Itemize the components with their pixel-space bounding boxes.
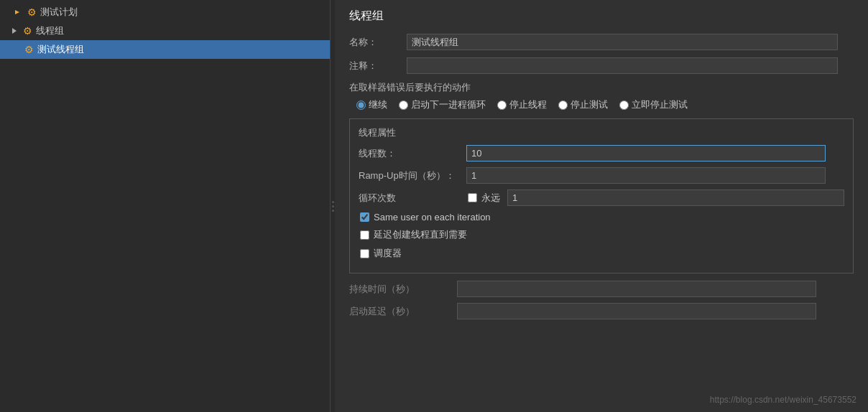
gear-icon-test-thread: ⚙ (23, 44, 34, 55)
sidebar-item-label-test-plan: 测试计划 (40, 6, 78, 19)
scheduler-checkbox[interactable] (360, 249, 369, 258)
duration-label: 持续时间（秒） (349, 283, 457, 296)
sidebar-item-label-thread-group: 线程组 (36, 24, 64, 37)
loop-count-row: 循环次数 永远 (359, 189, 844, 206)
startup-delay-row: 启动延迟（秒） (349, 303, 854, 319)
action-continue[interactable]: 继续 (356, 98, 387, 111)
gear-icon-thread: ⚙ (22, 25, 33, 37)
sidebar-item-label-test-thread-group: 测试线程组 (37, 43, 84, 56)
svg-marker-0 (15, 10, 19, 14)
gear-icon-plan: ⚙ (26, 6, 37, 18)
thread-props-title: 线程属性 (359, 126, 844, 139)
same-user-row[interactable]: Same user on each iteration (359, 212, 844, 223)
startup-delay-input[interactable] (457, 303, 816, 319)
name-input[interactable] (407, 34, 838, 50)
action-next-loop-radio[interactable] (399, 100, 408, 110)
comment-input[interactable] (407, 57, 838, 74)
sidebar-item-test-thread-group[interactable]: ⚙ 测试线程组 (0, 40, 330, 59)
action-continue-radio[interactable] (356, 100, 366, 110)
action-stop-now-radio[interactable] (619, 100, 629, 110)
action-on-error-section: 在取样器错误后要执行的动作 继续 启动下一进程循环 停止线程 停止测试 立即停止… (349, 81, 854, 111)
loop-count-label: 循环次数 (359, 192, 466, 205)
same-user-label: Same user on each iteration (374, 212, 491, 223)
action-stop-now-label: 立即停止测试 (632, 98, 688, 111)
sidebar-item-test-plan[interactable]: ⚙ 测试计划 (0, 3, 330, 22)
action-continue-label: 继续 (369, 98, 387, 111)
arrow-right-icon (11, 26, 17, 37)
action-stop-now[interactable]: 立即停止测试 (619, 98, 688, 111)
action-stop-thread-label: 停止线程 (509, 98, 547, 111)
forever-checkbox[interactable] (468, 193, 477, 202)
action-next-loop-label: 启动下一进程循环 (411, 98, 486, 111)
action-radio-group: 继续 启动下一进程循环 停止线程 停止测试 立即停止测试 (349, 98, 854, 111)
comment-row: 注释： (349, 57, 854, 74)
thread-count-input[interactable] (466, 145, 826, 161)
sidebar-item-thread-group[interactable]: ⚙ 线程组 (0, 22, 330, 40)
action-stop-thread[interactable]: 停止线程 (497, 98, 547, 111)
action-stop-thread-radio[interactable] (497, 100, 507, 110)
sidebar: ⚙ 测试计划 ⚙ 线程组 ⚙ 测试线程组 (0, 0, 331, 412)
name-label: 名称： (349, 36, 407, 49)
same-user-checkbox[interactable] (360, 212, 369, 222)
thread-properties-section: 线程属性 线程数： Ramp-Up时间（秒）： 循环次数 永远 Same use… (349, 118, 854, 273)
watermark: https://blog.csdn.net/weixin_45673552 (710, 395, 857, 405)
action-stop-test-radio[interactable] (558, 100, 568, 110)
resize-dot (332, 210, 334, 212)
thread-count-row: 线程数： (359, 145, 844, 161)
delay-create-checkbox[interactable] (360, 230, 369, 240)
comment-label: 注释： (349, 60, 407, 72)
action-section-title: 在取样器错误后要执行的动作 (349, 81, 854, 94)
ramp-up-label: Ramp-Up时间（秒）： (359, 169, 466, 182)
duration-input[interactable] (457, 281, 816, 297)
scheduler-row[interactable]: 调度器 (359, 247, 844, 260)
forever-checkbox-row[interactable]: 永远 (466, 192, 500, 205)
loop-count-input[interactable] (507, 189, 844, 206)
duration-row: 持续时间（秒） (349, 281, 854, 297)
panel-title: 线程组 (349, 9, 854, 24)
ramp-up-row: Ramp-Up时间（秒）： (359, 167, 844, 184)
resize-dot (332, 201, 334, 203)
scheduler-label: 调度器 (374, 247, 402, 260)
action-stop-test-label: 停止测试 (571, 98, 608, 111)
action-next-loop[interactable]: 启动下一进程循环 (399, 98, 486, 111)
forever-label: 永远 (481, 192, 500, 205)
triangle-icon (11, 6, 23, 18)
svg-marker-1 (12, 28, 17, 34)
ramp-up-input[interactable] (466, 167, 826, 184)
name-row: 名称： (349, 34, 854, 50)
action-stop-test[interactable]: 停止测试 (558, 98, 608, 111)
thread-count-label: 线程数： (359, 147, 466, 160)
main-panel: 线程组 名称： 注释： 在取样器错误后要执行的动作 继续 启动下一进程循环 停止… (335, 0, 868, 412)
resize-dot (332, 205, 334, 207)
delay-create-row[interactable]: 延迟创建线程直到需要 (359, 228, 844, 241)
delay-create-label: 延迟创建线程直到需要 (374, 228, 467, 241)
startup-delay-label: 启动延迟（秒） (349, 305, 457, 318)
